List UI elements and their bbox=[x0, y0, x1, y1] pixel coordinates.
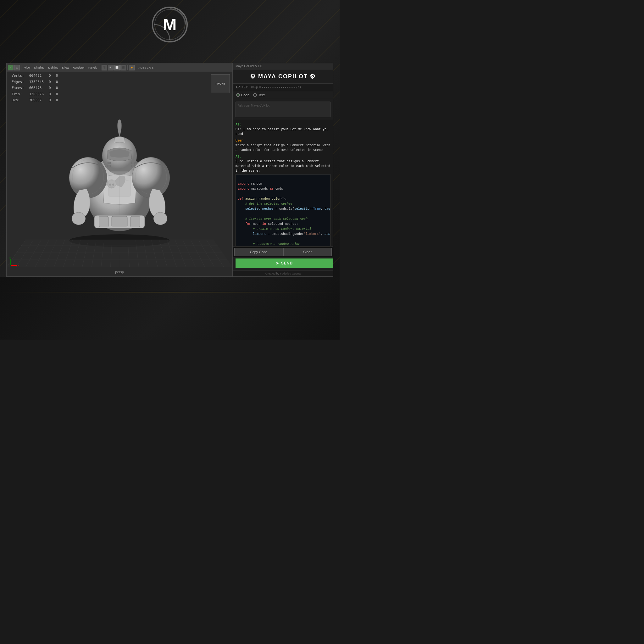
code-true-1: True bbox=[313, 207, 321, 211]
radio-text-dot[interactable] bbox=[253, 93, 257, 97]
chat-message-user-1: User: Write a script that assign a Lambe… bbox=[236, 138, 330, 152]
bottom-decoration bbox=[0, 277, 340, 340]
code-selected-meshes: selected_meshes: bbox=[266, 222, 298, 226]
grid-floor bbox=[7, 240, 232, 267]
ai-text-2: Sure! Here's a script that assigns a Lam… bbox=[236, 159, 330, 172]
gold-accent-line-2 bbox=[0, 293, 340, 293]
code-eq-1: = cmds.ls( bbox=[274, 207, 294, 211]
code-param-1: selection bbox=[294, 207, 311, 211]
radio-code-label: Code bbox=[241, 93, 249, 97]
aces-label: ACES 1.0 S bbox=[139, 66, 154, 69]
clear-button[interactable]: Clear bbox=[283, 248, 332, 256]
copy-code-button[interactable]: Copy Code bbox=[234, 248, 283, 256]
ai-text-1: Hi! I am here to assist you! Let me know… bbox=[236, 127, 328, 136]
svg-point-18 bbox=[153, 212, 167, 225]
gear-icon-left: ⚙ bbox=[250, 73, 256, 80]
ask-input[interactable]: Ask your Maya CoPilot bbox=[236, 102, 330, 117]
api-key-row: API KEY : sk-p3l••••••••••••••••••/bi bbox=[233, 84, 333, 91]
wireframe-icon[interactable]: ⬜ bbox=[114, 65, 120, 70]
gear-icon-right: ⚙ bbox=[310, 73, 316, 80]
render-icon[interactable]: ◈ bbox=[129, 65, 135, 70]
code-eq-5: = cmds.shadingNode( bbox=[266, 232, 304, 236]
radio-text[interactable]: Text bbox=[253, 93, 264, 97]
copilot-header: ⚙ MAYA COPILOT ⚙ bbox=[233, 69, 333, 84]
camera-icon[interactable]: 🎥 bbox=[102, 65, 107, 70]
smooth-icon[interactable]: ⬛ bbox=[120, 65, 126, 70]
svg-text:M: M bbox=[163, 15, 176, 34]
code-module-2: maya.cmds bbox=[249, 187, 270, 191]
axes-indicator: x y bbox=[9, 254, 22, 267]
radio-row: Code Text bbox=[233, 91, 333, 99]
menu-panels[interactable]: Panels bbox=[87, 65, 99, 70]
code-in: in bbox=[262, 222, 266, 226]
code-for: for bbox=[245, 222, 251, 226]
svg-point-17 bbox=[72, 212, 86, 225]
radio-code-dot[interactable] bbox=[236, 93, 240, 97]
svg-rect-24 bbox=[131, 165, 135, 167]
code-var-1: selected_meshes bbox=[245, 207, 274, 211]
chat-area[interactable]: AI: Hi! I am here to assist you! Let me … bbox=[233, 120, 333, 246]
svg-rect-8 bbox=[130, 216, 140, 227]
code-block: import random import maya.cmds as cmds d… bbox=[236, 174, 330, 246]
code-line-2: import bbox=[238, 187, 249, 191]
code-module-1: random bbox=[249, 182, 262, 186]
svg-rect-26 bbox=[108, 171, 130, 197]
svg-text:y: y bbox=[9, 256, 11, 259]
code-comment-4: # Generate a random color bbox=[238, 242, 300, 246]
chat-message-ai-2: AI: Sure! Here's a script that assigns a… bbox=[236, 154, 330, 173]
copilot-titlebar: Maya CoPilot V.1.0 bbox=[233, 63, 333, 69]
radio-text-label: Text bbox=[258, 93, 264, 97]
menu-show[interactable]: Show bbox=[60, 65, 71, 70]
send-arrow-icon: ➤ bbox=[276, 261, 279, 265]
code-parens: (): bbox=[281, 197, 287, 201]
chat-message-ai-1: AI: Hi! I am here to assist you! Let me … bbox=[236, 122, 330, 136]
radio-code[interactable]: Code bbox=[236, 93, 249, 97]
api-key-label: API KEY : bbox=[236, 86, 249, 89]
copilot-logo: ⚙ MAYA COPILOT ⚙ bbox=[236, 73, 330, 80]
ask-placeholder: Ask your Maya CoPilot bbox=[238, 104, 269, 107]
menu-view[interactable]: View bbox=[23, 65, 32, 70]
toolbar-select-icon[interactable]: A bbox=[8, 65, 14, 70]
maya-logo-container: M bbox=[151, 6, 189, 44]
code-alias: cmds bbox=[274, 187, 283, 191]
gold-accent-line-1 bbox=[0, 292, 340, 292]
viewport-persp-label: persp bbox=[115, 270, 124, 274]
model-area bbox=[7, 76, 232, 267]
user-label-1: User: bbox=[236, 139, 245, 142]
send-row: ➤ SEND bbox=[233, 257, 333, 270]
copilot-panel: Maya CoPilot V.1.0 ⚙ MAYA COPILOT ⚙ API … bbox=[233, 63, 333, 277]
menu-renderer[interactable]: Renderer bbox=[71, 65, 86, 70]
code-comma-1: , bbox=[321, 207, 325, 211]
maya-viewport[interactable]: A ◻ View Shading Lighting Show Renderer … bbox=[6, 63, 233, 277]
menu-lighting[interactable]: Lighting bbox=[47, 65, 60, 70]
code-str-lambert: 'lambert' bbox=[304, 232, 321, 236]
code-as: as bbox=[270, 187, 274, 191]
space-marine-model bbox=[53, 96, 186, 247]
footer-credit: Created by Federico Guerra bbox=[233, 270, 333, 276]
action-buttons-row: Copy Code Clear bbox=[233, 246, 333, 257]
code-comma-3: , bbox=[321, 232, 325, 236]
ai-label-2: AI: bbox=[236, 155, 241, 158]
send-label: SEND bbox=[281, 261, 293, 265]
api-key-value: sk-p3l••••••••••••••••••/bi bbox=[250, 86, 302, 89]
copilot-title: Maya CoPilot V.1.0 bbox=[236, 64, 262, 68]
code-asshader: asShader bbox=[325, 232, 330, 236]
viewport-toolbar: A ◻ View Shading Lighting Show Renderer … bbox=[7, 63, 232, 72]
main-content: A ◻ View Shading Lighting Show Renderer … bbox=[6, 63, 333, 277]
svg-text:x: x bbox=[18, 264, 19, 267]
copilot-logo-text: MAYA COPILOT bbox=[258, 73, 308, 80]
send-button[interactable]: ➤ SEND bbox=[236, 258, 333, 268]
code-comment-1: # Get the selected meshes bbox=[238, 202, 292, 206]
code-mesh-var: mesh bbox=[251, 222, 262, 226]
toolbar-separator-3 bbox=[127, 65, 128, 70]
svg-rect-21 bbox=[108, 162, 111, 164]
svg-rect-6 bbox=[99, 216, 108, 227]
code-funcname: assign_random_color bbox=[243, 197, 281, 201]
code-line-1: import bbox=[238, 182, 249, 186]
grid-icon[interactable]: ⊞ bbox=[108, 65, 114, 70]
code-lambert-var: lambert bbox=[253, 232, 266, 236]
toolbar-icon-2[interactable]: ◻ bbox=[14, 65, 20, 70]
menu-shading[interactable]: Shading bbox=[32, 65, 46, 70]
code-param-dag: dag bbox=[325, 207, 330, 211]
code-comment-2: # Iterate over each selected mesh bbox=[238, 217, 308, 221]
